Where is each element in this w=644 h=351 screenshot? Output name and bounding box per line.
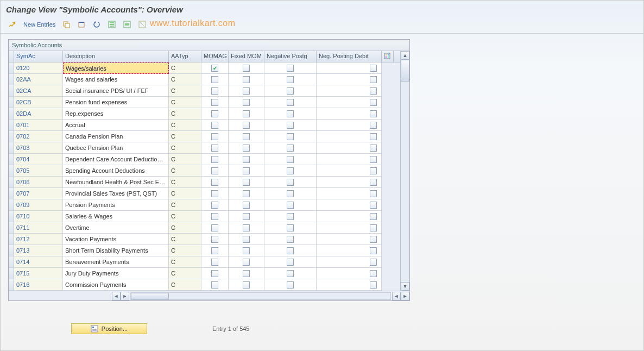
cell-description[interactable]: Provincial Sales Taxes (PST, QST) [63, 188, 169, 199]
cell-momag[interactable] [201, 245, 229, 256]
checkbox[interactable] [287, 213, 294, 220]
table-row[interactable]: 0713Short Term Disability PaymentsC [9, 245, 400, 256]
table-row[interactable]: 0120Wages/salariesC✔ [9, 62, 400, 74]
checkbox[interactable] [287, 156, 294, 163]
cell-aatyp[interactable]: C [169, 222, 201, 234]
cell-momag[interactable] [201, 154, 229, 165]
checkbox[interactable] [287, 247, 294, 254]
cell-description[interactable]: Salaries & Wages [63, 211, 169, 222]
cell-negative-postg[interactable] [264, 142, 317, 154]
cell-fixed-mom[interactable] [229, 62, 264, 74]
checkbox[interactable] [287, 224, 294, 231]
row-selector[interactable] [9, 108, 14, 120]
cell-aatyp[interactable]: C [169, 245, 201, 256]
copy-as-icon[interactable] [60, 19, 73, 30]
table-row[interactable]: 0705Spending Account DeductionsC [9, 165, 400, 177]
delete-icon[interactable] [75, 19, 88, 30]
checkbox[interactable] [287, 202, 294, 209]
checkbox[interactable] [211, 145, 218, 152]
cell-negative-postg[interactable] [264, 108, 317, 120]
cell-symac[interactable]: 0710 [14, 211, 63, 222]
cell-description[interactable]: Social insurance PDS/ UI / FEF [63, 85, 169, 97]
cell-momag[interactable] [201, 74, 229, 85]
cell-description[interactable]: Pension Payments [63, 199, 169, 211]
table-settings-icon[interactable] [382, 51, 394, 62]
cell-fixed-mom[interactable] [229, 74, 264, 85]
cell-symac[interactable]: 0709 [14, 199, 63, 211]
cell-aatyp[interactable]: C [169, 165, 201, 177]
cell-momag[interactable]: ✔ [201, 62, 229, 74]
cell-aatyp[interactable]: C [169, 234, 201, 245]
checkbox[interactable] [243, 167, 250, 174]
checkbox[interactable] [211, 259, 218, 266]
undo-change-icon[interactable] [90, 19, 103, 30]
table-row[interactable]: 0710Salaries & WagesC [9, 211, 400, 222]
cell-description[interactable]: Accrual [63, 120, 169, 131]
cell-momag[interactable] [201, 279, 229, 291]
cell-negative-postg[interactable] [264, 245, 317, 256]
table-row[interactable]: 0716Commission PaymentsC [9, 279, 400, 291]
cell-symac[interactable]: 02AA [14, 74, 63, 85]
cell-momag[interactable] [201, 165, 229, 177]
cell-fixed-mom[interactable] [229, 268, 264, 279]
checkbox[interactable] [243, 179, 250, 186]
cell-description[interactable]: Rep.expenses [63, 108, 169, 120]
cell-negative-postg[interactable] [264, 279, 317, 291]
table-row[interactable]: 0707Provincial Sales Taxes (PST, QST)C [9, 188, 400, 199]
checkbox[interactable] [287, 281, 294, 289]
cell-symac[interactable]: 0705 [14, 165, 63, 177]
cell-negative-postg[interactable] [264, 120, 317, 131]
col-fixed-mom[interactable]: Fixed MOM [229, 51, 264, 62]
cell-symac[interactable]: 0715 [14, 268, 63, 279]
cell-fixed-mom[interactable] [229, 188, 264, 199]
cell-momag[interactable] [201, 85, 229, 97]
checkbox[interactable] [243, 224, 250, 231]
scroll-left-arrow-2[interactable]: ◄ [392, 292, 401, 300]
cell-aatyp[interactable]: C [169, 74, 201, 85]
checkbox[interactable] [211, 110, 218, 117]
checkbox[interactable] [370, 270, 377, 277]
row-selector[interactable] [9, 177, 14, 188]
checkbox[interactable] [370, 213, 377, 220]
cell-neg-posting-debit[interactable] [317, 85, 382, 97]
checkbox[interactable] [287, 133, 294, 140]
checkbox[interactable] [243, 122, 250, 129]
row-selector[interactable] [9, 245, 14, 256]
checkbox[interactable] [211, 179, 218, 186]
cell-symac[interactable]: 02CA [14, 85, 63, 97]
checkbox[interactable] [287, 87, 294, 95]
cell-negative-postg[interactable] [264, 131, 317, 142]
cell-aatyp[interactable]: C [169, 211, 201, 222]
cell-momag[interactable] [201, 131, 229, 142]
cell-neg-posting-debit[interactable] [317, 279, 382, 291]
checkbox[interactable] [287, 145, 294, 152]
cell-neg-posting-debit[interactable] [317, 142, 382, 154]
cell-momag[interactable] [201, 188, 229, 199]
toggle-display-icon[interactable] [6, 19, 19, 30]
checkbox[interactable] [243, 133, 250, 140]
checkbox[interactable] [211, 281, 218, 289]
cell-aatyp[interactable]: C [169, 142, 201, 154]
cell-momag[interactable] [201, 211, 229, 222]
checkbox[interactable] [211, 190, 218, 197]
checkbox[interactable] [370, 87, 377, 95]
checkbox[interactable] [287, 110, 294, 117]
cell-negative-postg[interactable] [264, 234, 317, 245]
cell-negative-postg[interactable] [264, 97, 317, 108]
cell-description[interactable]: Overtime [63, 222, 169, 234]
cell-negative-postg[interactable] [264, 85, 317, 97]
checkbox[interactable] [211, 270, 218, 277]
checkbox[interactable] [370, 145, 377, 152]
cell-aatyp[interactable]: C [169, 256, 201, 268]
cell-fixed-mom[interactable] [229, 108, 264, 120]
cell-neg-posting-debit[interactable] [317, 165, 382, 177]
cell-aatyp[interactable]: C [169, 85, 201, 97]
scroll-right-arrow-2[interactable]: ► [401, 292, 409, 300]
cell-negative-postg[interactable] [264, 222, 317, 234]
cell-negative-postg[interactable] [264, 256, 317, 268]
checkbox[interactable] [211, 167, 218, 174]
table-row[interactable]: 0706Newfoundland Health & Post Sec E…C [9, 177, 400, 188]
cell-description[interactable]: Commission Payments [63, 279, 169, 291]
cell-negative-postg[interactable] [264, 154, 317, 165]
row-selector[interactable] [9, 165, 14, 177]
